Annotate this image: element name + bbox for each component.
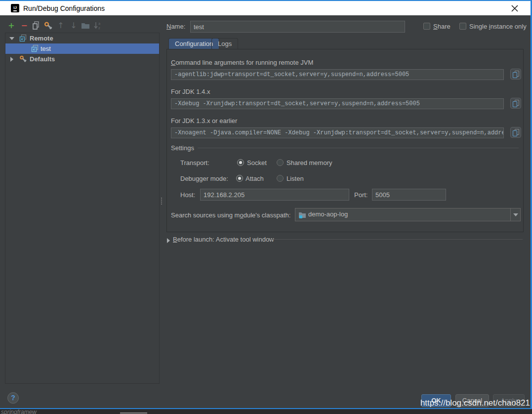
command-line-args-label: Command line arguments for running remot…	[171, 59, 313, 66]
search-sources-label: Search sources using module's classpath:	[171, 211, 290, 219]
name-label: Name:	[166, 23, 185, 30]
chevron-down-icon[interactable]	[510, 208, 520, 221]
transport-socket-label: Socket	[247, 159, 267, 166]
defaults-wrench-icon	[19, 55, 27, 63]
debugger-listen-label: Listen	[286, 175, 304, 182]
jdk13-field[interactable]: -Xnoagent -Djava.compiler=NONE -Xdebug -…	[171, 127, 504, 138]
transport-shared-memory-radio[interactable]	[277, 159, 284, 166]
module-icon	[298, 211, 306, 219]
panel-splitter-handle[interactable]	[161, 197, 163, 209]
chevron-right-icon[interactable]	[167, 238, 170, 243]
copy-to-clipboard-icon[interactable]	[510, 69, 521, 80]
debugger-attach-radio[interactable]	[236, 175, 243, 182]
tree-item-label: Defaults	[30, 54, 55, 64]
svg-text:z: z	[98, 26, 100, 30]
tab-logs[interactable]: Logs	[211, 38, 238, 49]
window-title: Run/Debug Configurations	[23, 4, 105, 12]
tree-item-test[interactable]: test	[5, 43, 159, 54]
jdk14-label: For JDK 1.4.x	[171, 88, 210, 95]
port-label: Port:	[354, 191, 368, 199]
remote-configuration-icon	[19, 34, 27, 42]
module-classpath-select[interactable]: demo-aop-log	[295, 208, 521, 221]
background-ide-tab-edge	[120, 413, 147, 414]
debugger-mode-label: Debugger mode:	[180, 175, 228, 182]
host-input[interactable]	[200, 189, 349, 201]
title-bar: IJ Run/Debug Configurations	[0, 1, 531, 15]
port-input[interactable]	[372, 189, 446, 201]
single-instance-checkbox[interactable]	[459, 23, 466, 30]
share-label: Share	[433, 23, 450, 30]
share-checkbox[interactable]	[423, 23, 430, 30]
help-button[interactable]: ?	[7, 392, 19, 404]
jdk14-field[interactable]: -Xdebug -Xrunjdwp:transport=dt_socket,se…	[171, 98, 504, 109]
add-icon[interactable]: +	[6, 21, 16, 31]
close-icon[interactable]	[510, 3, 520, 13]
background-ide-text: springframew	[1, 409, 37, 414]
remote-configuration-icon	[31, 44, 39, 52]
chevron-down-icon[interactable]	[9, 37, 14, 40]
single-instance-label: Single instance only	[469, 23, 527, 30]
run-debug-configurations-dialog: IJ Run/Debug Configurations + − ↑ ↓ az R…	[0, 0, 532, 409]
move-up-icon[interactable]: ↑	[56, 21, 66, 31]
remove-icon[interactable]: −	[19, 21, 29, 31]
debugger-attach-label: Attach	[246, 175, 264, 182]
edit-defaults-wrench-icon[interactable]	[43, 21, 53, 31]
csdn-watermark: https://blog.csdn.net/chao821	[420, 398, 530, 408]
svg-text:a: a	[98, 22, 100, 26]
name-input[interactable]	[190, 21, 405, 33]
tree-item-label: test	[41, 43, 51, 54]
transport-label: Transport:	[180, 159, 209, 166]
settings-group-label: Settings	[171, 144, 194, 152]
settings-divider	[198, 148, 519, 148]
before-launch-label[interactable]: Before launch: Activate tool window	[173, 236, 274, 243]
background-ide-window: springframew	[0, 410, 532, 414]
module-classpath-value: demo-aop-log	[308, 210, 348, 218]
jdk13-label: For JDK 1.3.x or earlier	[171, 117, 237, 124]
transport-socket-radio[interactable]	[237, 159, 244, 166]
transport-shared-memory-label: Shared memory	[286, 159, 332, 166]
tree-item-defaults[interactable]: Defaults	[5, 54, 159, 64]
move-down-icon[interactable]: ↓	[69, 21, 79, 31]
tree-item-label: Remote	[30, 33, 53, 43]
new-folder-icon[interactable]	[81, 21, 90, 31]
copy-icon[interactable]	[31, 21, 41, 31]
copy-to-clipboard-icon[interactable]	[510, 98, 521, 109]
configurations-tree: Remote test Defaults	[5, 33, 160, 384]
tree-item-remote-group[interactable]: Remote	[5, 33, 159, 43]
command-line-args-field[interactable]: -agentlib:jdwp=transport=dt_socket,serve…	[171, 69, 504, 80]
intellij-logo-icon: IJ	[11, 4, 19, 12]
sort-alphabetically-icon[interactable]: az	[93, 21, 103, 31]
before-launch-divider	[271, 239, 523, 240]
host-label: Host:	[180, 191, 195, 199]
debugger-listen-radio[interactable]	[277, 175, 284, 182]
chevron-right-icon[interactable]	[10, 57, 13, 62]
copy-to-clipboard-icon[interactable]	[510, 127, 521, 138]
